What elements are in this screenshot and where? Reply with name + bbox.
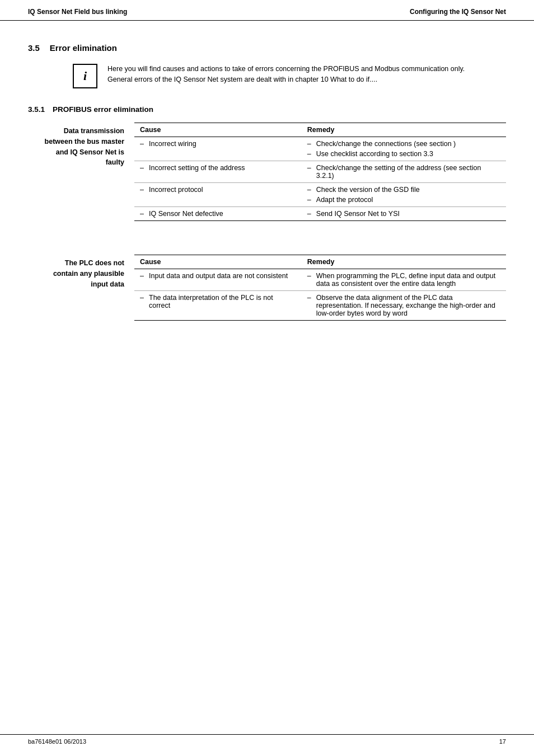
error-table-wrap-1: Cause Remedy –Incorrect wiring–Check/cha… <box>134 123 506 221</box>
page-footer: ba76148e01 06/2013 17 <box>0 734 534 745</box>
header-right: Configuring the IQ Sensor Net <box>410 8 506 16</box>
cause-cell: –IQ Sensor Net defective <box>134 207 302 221</box>
section-title-text: Error elimination <box>50 43 117 53</box>
main-content: 3.5Error elimination i Here you will fin… <box>0 21 534 360</box>
info-text: Here you will find causes and actions to… <box>107 64 472 85</box>
subsection-title: 3.5.1PROFIBUS error elimination <box>28 105 506 114</box>
cause-cell: –Incorrect protocol <box>134 183 302 207</box>
error-section-2: The PLC does not contain any plausible i… <box>28 255 506 321</box>
error-section-1: Data transmission between the bus master… <box>28 123 506 221</box>
remedy-cell: –Check/change the setting of the address… <box>302 161 506 183</box>
table-row: –Incorrect setting of the address–Check/… <box>134 161 506 183</box>
remedy-cell: –Check the version of the GSD file–Adapt… <box>302 183 506 207</box>
header-left: IQ Sensor Net Field bus linking <box>28 8 127 16</box>
section-gap <box>28 238 506 255</box>
col-cause: Cause <box>134 123 302 137</box>
remedy-cell: –Send IQ Sensor Net to YSI <box>302 207 506 221</box>
cause-cell: –The data interpretation of the PLC is n… <box>134 291 302 321</box>
page: IQ Sensor Net Field bus linking Configur… <box>0 0 534 756</box>
col2-cause: Cause <box>134 255 302 269</box>
section-number: 3.5 <box>28 43 40 53</box>
remedy-cell: –Observe the data alignment of the PLC d… <box>302 291 506 321</box>
col-remedy: Remedy <box>302 123 506 137</box>
error-table-2: Cause Remedy –Input data and output data… <box>134 255 506 321</box>
error-table-1: Cause Remedy –Incorrect wiring–Check/cha… <box>134 123 506 221</box>
error-label-2: The PLC does not contain any plausible i… <box>28 255 134 289</box>
table-header-row: Cause Remedy <box>134 123 506 137</box>
footer-right: 17 <box>499 738 506 745</box>
error-table-wrap-2: Cause Remedy –Input data and output data… <box>134 255 506 321</box>
table-row: –Incorrect wiring–Check/change the conne… <box>134 137 506 161</box>
table-row: –IQ Sensor Net defective–Send IQ Sensor … <box>134 207 506 221</box>
cause-cell: –Incorrect wiring <box>134 137 302 161</box>
info-icon: i <box>73 64 97 88</box>
section-title: 3.5Error elimination <box>28 43 506 53</box>
footer-left: ba76148e01 06/2013 <box>28 738 86 745</box>
col2-remedy: Remedy <box>302 255 506 269</box>
cause-cell: –Input data and output data are not cons… <box>134 269 302 291</box>
remedy-cell: –Check/change the connections (see secti… <box>302 137 506 161</box>
subsection-number: 3.5.1 <box>28 105 45 114</box>
table-row: –Incorrect protocol–Check the version of… <box>134 183 506 207</box>
page-header: IQ Sensor Net Field bus linking Configur… <box>0 0 534 21</box>
subsection-title-text: PROFIBUS error elimination <box>53 105 153 114</box>
table-row: –Input data and output data are not cons… <box>134 269 506 291</box>
remedy-cell: –When programming the PLC, define input … <box>302 269 506 291</box>
cause-cell: –Incorrect setting of the address <box>134 161 302 183</box>
info-box: i Here you will find causes and actions … <box>73 64 472 88</box>
table-row: –The data interpretation of the PLC is n… <box>134 291 506 321</box>
error-label-1: Data transmission between the bus master… <box>28 123 134 168</box>
table2-header-row: Cause Remedy <box>134 255 506 269</box>
